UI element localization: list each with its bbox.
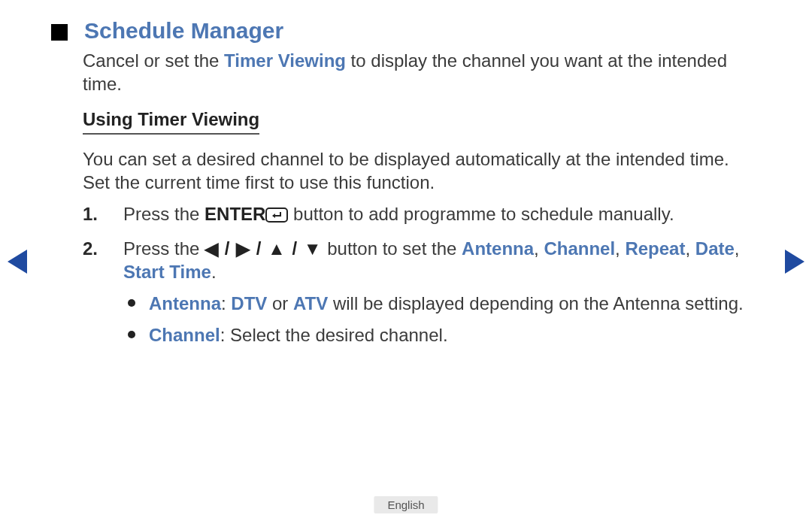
- intro-text-pre: Cancel or set the: [83, 50, 224, 71]
- channel-tail: : Select the desired channel.: [220, 325, 448, 345]
- antenna-colon: :: [221, 293, 231, 313]
- manual-page: Schedule Manager Cancel or set the Timer…: [0, 0, 812, 530]
- title-row: Schedule Manager: [51, 18, 761, 44]
- page-title: Schedule Manager: [84, 18, 283, 44]
- prev-page-arrow-icon[interactable]: [8, 250, 27, 274]
- enter-label: ENTER: [205, 204, 265, 224]
- setting-start-time: Start Time: [123, 262, 211, 282]
- antenna-tail: will be displayed depending on the Anten…: [328, 293, 743, 313]
- direction-arrows-icon: ◀ / ▶ / ▲ / ▼: [205, 238, 323, 259]
- bullet-antenna: Antenna: DTV or ATV will be displayed de…: [123, 292, 761, 316]
- antenna-label: Antenna: [149, 293, 221, 313]
- step-2: Press the ◀ / ▶ / ▲ / ▼ button to set th…: [83, 237, 761, 347]
- sep3: ,: [735, 238, 740, 259]
- timer-viewing-term: Timer Viewing: [224, 50, 346, 71]
- step-1: Press the ENTER button to add programme …: [83, 202, 761, 226]
- setting-repeat: Repeat: [625, 238, 685, 259]
- step1-pre: Press the: [123, 204, 205, 224]
- setting-date: Date: [695, 238, 735, 259]
- body-column: Cancel or set the Timer Viewing to displ…: [83, 50, 761, 347]
- steps-list: Press the ENTER button to add programme …: [83, 202, 761, 347]
- sep2: ,: [685, 238, 695, 259]
- sep0: ,: [534, 238, 544, 259]
- channel-label: Channel: [149, 325, 220, 345]
- section-subheading: Using Timer Viewing: [83, 109, 259, 135]
- sep1: ,: [615, 238, 625, 259]
- step2-end: .: [211, 262, 217, 282]
- antenna-opt-atv: ATV: [293, 293, 328, 313]
- language-indicator: English: [374, 496, 438, 513]
- setting-channel: Channel: [544, 238, 615, 259]
- antenna-or: or: [267, 293, 293, 313]
- square-bullet-icon: [51, 24, 68, 41]
- step1-post: button to add programme to schedule manu…: [288, 204, 674, 224]
- antenna-opt-dtv: DTV: [231, 293, 267, 313]
- description-paragraph: You can set a desired channel to be disp…: [83, 148, 761, 194]
- next-page-arrow-icon[interactable]: [785, 250, 804, 274]
- intro-paragraph: Cancel or set the Timer Viewing to displ…: [83, 50, 761, 95]
- step2-pre: Press the: [123, 238, 205, 259]
- substeps-list: Antenna: DTV or ATV will be displayed de…: [123, 292, 761, 347]
- bullet-channel: Channel: Select the desired channel.: [123, 323, 761, 347]
- step2-mid: button to set the: [323, 238, 462, 259]
- setting-antenna: Antenna: [462, 238, 534, 259]
- enter-icon: [265, 207, 288, 223]
